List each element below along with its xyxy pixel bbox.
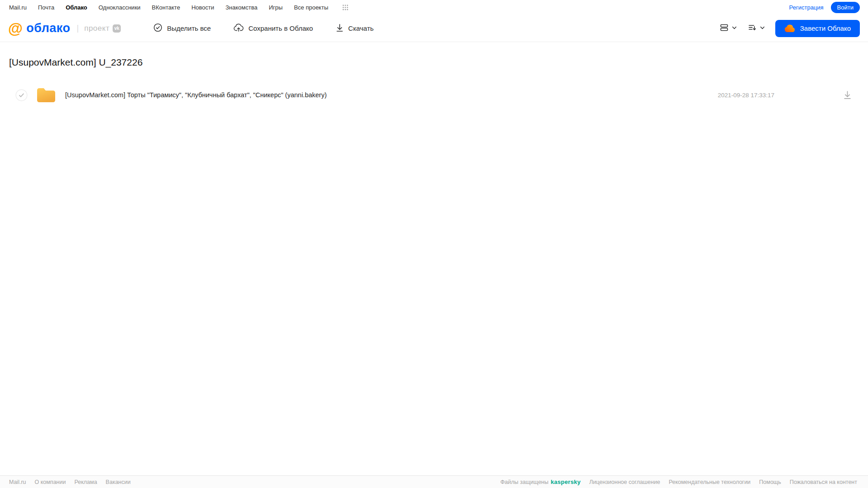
footer-left-links: Mail.ru О компании Реклама Вакансии — [9, 479, 131, 485]
cloud-logo-text: облако — [26, 21, 70, 35]
sort-dropdown[interactable] — [747, 23, 765, 34]
footer: Mail.ru О компании Реклама Вакансии Файл… — [0, 475, 868, 488]
chevron-down-icon — [731, 24, 737, 33]
download-icon — [336, 24, 344, 33]
vk-project-tag: | проект vk — [77, 24, 121, 33]
footer-right-links: Файлы защищены kaspersky Лицензионное со… — [500, 479, 857, 485]
file-toolbar: Выделить все Сохранить в Облако Скачать — [151, 23, 376, 34]
header-right-controls: Завести Облако — [719, 20, 860, 37]
select-all-label: Выделить все — [167, 24, 211, 32]
file-list: [UsupovMarket.com] Торты "Тирамису", "Кл… — [9, 82, 859, 108]
file-date: 2021-09-28 17:33:17 — [718, 92, 774, 99]
portal-link-cloud[interactable]: Облако — [66, 4, 87, 11]
portal-link-dating[interactable]: Знакомства — [225, 4, 257, 11]
circle-check-icon — [153, 23, 162, 33]
kaspersky-logo: kaspersky — [550, 479, 580, 485]
footer-link-mailru[interactable]: Mail.ru — [9, 479, 26, 485]
download-label: Скачать — [348, 24, 374, 32]
portal-link-news[interactable]: Новости — [191, 4, 214, 11]
login-button[interactable]: Войти — [831, 2, 860, 13]
view-mode-dropdown[interactable] — [719, 23, 737, 34]
save-to-cloud-button[interactable]: Сохранить в Облако — [231, 23, 316, 34]
cloud-icon — [784, 24, 796, 33]
main-content: [UsupovMarket.com] U_237226 — [0, 57, 868, 108]
footer-link-ads[interactable]: Реклама — [74, 479, 97, 485]
page-title: [UsupovMarket.com] U_237226 — [9, 57, 859, 68]
list-view-icon — [719, 23, 729, 34]
sort-icon — [747, 23, 757, 34]
portal-link-mail[interactable]: Почта — [38, 4, 54, 11]
footer-link-jobs[interactable]: Вакансии — [106, 479, 131, 485]
portal-auth: Регистрация Войти — [789, 2, 860, 13]
kaspersky-protection: Файлы защищены kaspersky — [500, 479, 580, 485]
footer-link-about[interactable]: О компании — [35, 479, 66, 485]
portal-links: Mail.ru Почта Облако Одноклассники ВКонт… — [9, 4, 348, 11]
project-label: проект — [84, 24, 109, 33]
footer-link-help[interactable]: Помощь — [759, 479, 781, 485]
portal-link-all-projects[interactable]: Все проекты — [294, 4, 328, 11]
get-cloud-label: Завести Облако — [800, 24, 851, 32]
registration-link[interactable]: Регистрация — [789, 4, 824, 11]
portal-nav: Mail.ru Почта Облако Одноклассники ВКонт… — [0, 0, 868, 15]
footer-link-license[interactable]: Лицензионное соглашение — [589, 479, 660, 485]
portal-link-odnoklassniki[interactable]: Одноклассники — [99, 4, 141, 11]
file-name[interactable]: [UsupovMarket.com] Торты "Тирамису", "Кл… — [65, 91, 327, 99]
portal-link-vkontakte[interactable]: ВКонтакте — [152, 4, 180, 11]
logo-divider: | — [77, 24, 79, 33]
mailru-at-icon: @ — [8, 21, 23, 36]
row-download-icon[interactable] — [843, 90, 852, 99]
footer-link-report[interactable]: Пожаловаться на контент — [790, 479, 857, 485]
cloud-upload-icon — [233, 23, 244, 33]
get-cloud-button[interactable]: Завести Облако — [775, 20, 860, 37]
save-to-cloud-label: Сохранить в Облако — [248, 24, 313, 32]
portal-link-mailru[interactable]: Mail.ru — [9, 4, 27, 11]
folder-icon — [36, 86, 57, 104]
protected-by-label: Файлы защищены — [500, 479, 548, 485]
cloud-logo[interactable]: @ облако — [8, 21, 71, 36]
row-checkbox[interactable] — [15, 89, 28, 101]
file-row[interactable]: [UsupovMarket.com] Торты "Тирамису", "Кл… — [9, 82, 859, 108]
download-button[interactable]: Скачать — [333, 23, 376, 34]
select-all-button[interactable]: Выделить все — [151, 23, 213, 34]
header: @ облако | проект vk Выделить все Сохран… — [0, 15, 868, 42]
portal-link-games[interactable]: Игры — [269, 4, 283, 11]
apps-grid-icon[interactable] — [342, 5, 348, 10]
footer-link-recommendations[interactable]: Рекомендательные технологии — [669, 479, 750, 485]
vk-icon: vk — [113, 24, 121, 33]
chevron-down-icon — [759, 24, 765, 33]
